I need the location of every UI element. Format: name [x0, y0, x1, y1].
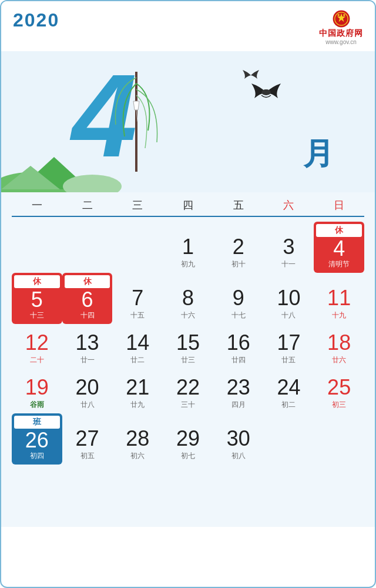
- day-number: 11: [327, 288, 351, 309]
- day-number: 4: [333, 238, 345, 259]
- day-number: 19: [25, 377, 49, 398]
- holiday-tag: 休: [316, 224, 362, 237]
- weekday-wed: 三: [112, 198, 163, 212]
- lunar-date: 十四: [80, 310, 95, 320]
- day-number: 1: [182, 236, 194, 258]
- empty-cell: [314, 413, 364, 465]
- day-apr-17[interactable]: 17 廿五: [264, 324, 314, 369]
- lunar-date: 廿五: [281, 355, 296, 365]
- day-apr-20[interactable]: 20 廿八: [62, 369, 113, 413]
- month-char: 月: [303, 133, 334, 175]
- day-apr-1[interactable]: 1 初九: [163, 222, 213, 273]
- day-number: 8: [182, 288, 194, 309]
- lunar-date: 初十: [231, 259, 246, 269]
- day-apr-30[interactable]: 30 初八: [213, 413, 264, 465]
- lunar-date: 十六: [181, 310, 195, 320]
- solar-term-label: 谷雨: [30, 400, 44, 410]
- lunar-date: 初六: [130, 451, 145, 461]
- festival-label: 清明节: [328, 259, 350, 269]
- day-number: 13: [76, 332, 99, 353]
- day-number: 2: [233, 236, 244, 258]
- day-apr-18[interactable]: 18 廿六: [314, 324, 364, 369]
- day-number: 3: [283, 236, 294, 258]
- day-number: 29: [176, 428, 200, 449]
- lunar-date: 十九: [332, 310, 346, 320]
- day-apr-8[interactable]: 8 十六: [163, 273, 213, 324]
- gov-brand: 中国政府网 www.gov.cn: [319, 9, 363, 45]
- lunar-date: 十七: [231, 310, 246, 320]
- day-number: 5: [31, 289, 43, 310]
- day-apr-23[interactable]: 23 四月: [213, 369, 264, 413]
- empty-cell: [12, 222, 62, 273]
- calendar-section: 一 二 三 四 五 六 日 1 初九 2 初十 3 十一 休 4 清明节: [1, 192, 375, 515]
- calendar-grid: 1 初九 2 初十 3 十一 休 4 清明节 休 5 十三 休 6 十四: [12, 222, 364, 509]
- day-apr-28[interactable]: 28 初六: [112, 413, 163, 465]
- day-number: 16: [227, 332, 250, 353]
- day-apr-3[interactable]: 3 十一: [264, 222, 314, 273]
- day-apr-16[interactable]: 16 廿四: [213, 324, 264, 369]
- day-number: 30: [227, 428, 250, 449]
- day-apr-6[interactable]: 休 6 十四: [62, 273, 113, 324]
- svg-point-12: [261, 89, 271, 95]
- day-apr-10[interactable]: 10 十八: [264, 273, 314, 324]
- day-apr-14[interactable]: 14 廿二: [112, 324, 163, 369]
- day-apr-12[interactable]: 12 二十: [12, 324, 62, 369]
- page-header: 2020 中国政府网 www.gov.cn: [1, 1, 375, 51]
- month-hero: 4 月: [1, 51, 375, 192]
- day-apr-9[interactable]: 9 十七: [213, 273, 264, 324]
- day-apr-22[interactable]: 22 三十: [163, 369, 213, 413]
- weekday-tue: 二: [62, 198, 113, 212]
- weekday-sun: 日: [314, 198, 364, 212]
- day-number: 28: [126, 428, 149, 449]
- weekday-sat: 六: [264, 198, 314, 212]
- day-apr-4[interactable]: 休 4 清明节: [314, 222, 364, 273]
- day-apr-27[interactable]: 27 初五: [62, 413, 113, 465]
- day-number: 14: [126, 332, 149, 353]
- day-number: 9: [233, 288, 244, 309]
- lunar-date: 二十: [30, 355, 44, 365]
- lunar-date: 三十: [181, 400, 195, 410]
- gov-title: 中国政府网: [319, 28, 363, 39]
- lunar-date: 初七: [181, 451, 195, 461]
- weekday-mon: 一: [12, 198, 62, 212]
- work-tag: 班: [14, 416, 60, 429]
- lunar-date: 初九: [181, 259, 195, 269]
- day-apr-26[interactable]: 班 26 初四: [12, 413, 62, 465]
- day-number: 6: [82, 289, 93, 310]
- holiday-tag: 休: [65, 275, 110, 288]
- lunar-date: 十八: [281, 310, 296, 320]
- day-apr-19[interactable]: 19 谷雨: [12, 369, 62, 413]
- day-number: 12: [25, 332, 49, 353]
- day-number: 17: [277, 332, 300, 353]
- gov-url: www.gov.cn: [325, 39, 357, 45]
- day-apr-7[interactable]: 7 十五: [112, 273, 163, 324]
- day-number: 10: [277, 288, 300, 309]
- lunar-date: 廿三: [181, 355, 195, 365]
- lunar-date: 廿二: [130, 355, 145, 365]
- day-apr-11[interactable]: 11 十九: [314, 273, 364, 324]
- day-apr-25[interactable]: 25 初三: [314, 369, 364, 413]
- day-apr-21[interactable]: 21 廿九: [112, 369, 163, 413]
- day-number: 20: [76, 377, 99, 398]
- swallow-main-icon: [249, 81, 284, 108]
- day-apr-15[interactable]: 15 廿三: [163, 324, 213, 369]
- lunar-date: 廿八: [80, 400, 95, 410]
- day-apr-24[interactable]: 24 初二: [264, 369, 314, 413]
- lunar-date: 廿九: [130, 400, 145, 410]
- lunar-date: 廿一: [80, 355, 95, 365]
- weekday-thu: 四: [163, 198, 213, 212]
- lunar-date: 初四: [30, 451, 44, 461]
- willow-icon: [101, 54, 172, 172]
- holiday-tag: 休: [14, 275, 60, 288]
- svg-marker-10: [133, 101, 139, 110]
- empty-cell: [264, 413, 314, 465]
- lunar-date: 廿四: [231, 355, 246, 365]
- lunar-date: 初八: [231, 451, 246, 461]
- day-apr-29[interactable]: 29 初七: [163, 413, 213, 465]
- day-number: 7: [132, 288, 143, 309]
- lunar-date: 四月: [231, 400, 246, 410]
- day-apr-2[interactable]: 2 初十: [213, 222, 264, 273]
- day-number: 22: [176, 377, 200, 398]
- day-apr-13[interactable]: 13 廿一: [62, 324, 113, 369]
- day-apr-5[interactable]: 休 5 十三: [12, 273, 62, 324]
